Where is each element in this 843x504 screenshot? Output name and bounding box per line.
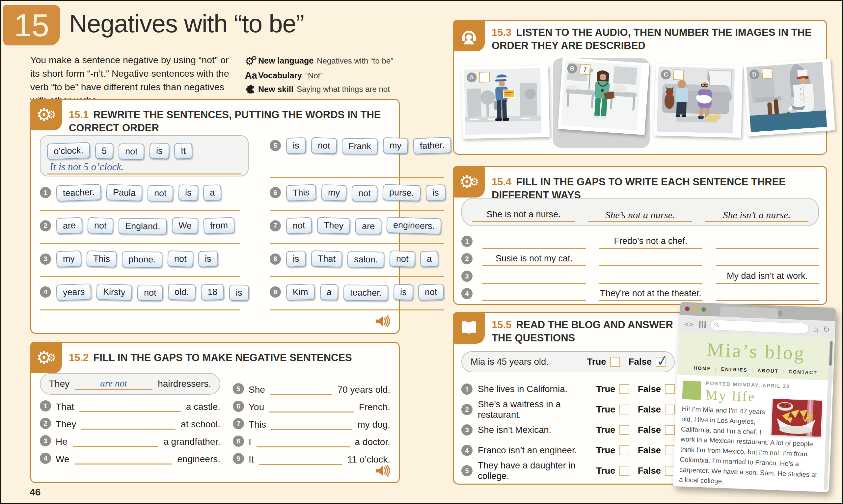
order-input-box[interactable]: [762, 68, 773, 79]
word-chip[interactable]: my: [383, 137, 408, 154]
answer-line[interactable]: [40, 210, 240, 211]
word-chip[interactable]: not: [119, 143, 144, 160]
answer-line[interactable]: [75, 454, 172, 465]
word-chip[interactable]: is: [149, 143, 169, 159]
blog-nav-item[interactable]: ABOUT: [757, 368, 779, 374]
word-chip[interactable]: not: [311, 137, 337, 154]
true-checkbox[interactable]: [610, 357, 620, 367]
browser-tab[interactable]: ⊗: [719, 306, 778, 319]
word-chip[interactable]: salon.: [347, 251, 384, 268]
word-chip[interactable]: father.: [413, 137, 451, 155]
word-chip[interactable]: not: [167, 251, 193, 267]
true-checkbox[interactable]: [620, 404, 629, 414]
answer-line[interactable]: [482, 300, 586, 301]
word-chip[interactable]: engineers.: [386, 217, 442, 235]
blog-nav-item[interactable]: HOME: [694, 365, 711, 371]
answer-line[interactable]: [40, 243, 240, 244]
word-chip[interactable]: not: [87, 217, 113, 234]
order-input-box[interactable]: [674, 70, 684, 80]
home-icon[interactable]: ⌂: [813, 324, 818, 334]
word-chip[interactable]: a: [320, 284, 339, 301]
word-chip[interactable]: are: [355, 218, 381, 235]
order-input-box[interactable]: [479, 72, 490, 83]
answer-line[interactable]: [472, 221, 575, 222]
speaker-icon[interactable]: [375, 315, 390, 327]
word-chip[interactable]: not: [352, 185, 377, 201]
answer-line[interactable]: [270, 177, 444, 178]
answer-line[interactable]: [81, 419, 176, 430]
word-chip[interactable]: not: [418, 284, 444, 301]
reload-icon[interactable]: ↻: [823, 324, 830, 334]
answer-line[interactable]: [256, 436, 350, 447]
word-chip[interactable]: This: [286, 184, 317, 201]
answer-line[interactable]: [40, 276, 240, 277]
word-chip[interactable]: 18: [200, 284, 224, 301]
answer-line[interactable]: [79, 401, 181, 412]
word-chip[interactable]: They: [317, 217, 351, 234]
word-chip[interactable]: my: [321, 184, 347, 201]
word-chip[interactable]: a: [420, 251, 438, 267]
word-chip[interactable]: Frank: [342, 138, 378, 155]
answer-line[interactable]: [271, 419, 352, 430]
word-chip[interactable]: is: [229, 284, 249, 301]
word-chip[interactable]: purse.: [382, 184, 421, 201]
scrollbar-thumb[interactable]: [829, 341, 833, 366]
word-chip[interactable]: England.: [118, 218, 167, 235]
answer-line[interactable]: [269, 402, 354, 413]
word-chip[interactable]: years: [56, 284, 92, 301]
answer-line[interactable]: [270, 276, 444, 277]
blog-nav-item[interactable]: CONTACT: [788, 369, 817, 375]
word-chip[interactable]: my: [56, 251, 82, 268]
word-chip[interactable]: That: [311, 251, 342, 268]
zoom-window-icon[interactable]: [701, 307, 706, 312]
false-checkbox[interactable]: [665, 445, 675, 455]
answer-line[interactable]: [599, 265, 702, 266]
word-chip[interactable]: phone.: [122, 251, 162, 268]
false-checkbox[interactable]: [665, 425, 675, 435]
answer-line[interactable]: [259, 454, 342, 465]
word-chip[interactable]: not: [389, 251, 415, 267]
word-chip[interactable]: old.: [167, 284, 196, 301]
answer-line[interactable]: [705, 221, 808, 222]
word-chip[interactable]: is: [393, 284, 413, 301]
answer-line[interactable]: [716, 300, 819, 301]
answer-line[interactable]: [599, 300, 702, 301]
true-checkbox[interactable]: [620, 425, 629, 435]
answer-line[interactable]: [599, 248, 702, 249]
answer-line[interactable]: [270, 210, 444, 211]
word-chip[interactable]: not: [137, 284, 163, 301]
answer-line[interactable]: [73, 436, 158, 447]
answer-line[interactable]: [589, 221, 692, 222]
word-chip[interactable]: 5: [95, 143, 113, 159]
word-chip[interactable]: teacher.: [56, 184, 102, 201]
word-chip[interactable]: o’clock.: [47, 142, 90, 160]
word-chip[interactable]: is: [178, 184, 198, 201]
speaker-icon[interactable]: [375, 465, 390, 477]
word-chip[interactable]: Kim: [286, 284, 315, 301]
true-checkbox[interactable]: [620, 384, 629, 394]
word-chip[interactable]: not: [147, 185, 173, 201]
word-chip[interactable]: is: [286, 251, 306, 267]
close-window-icon[interactable]: [685, 306, 690, 311]
word-chip[interactable]: Kirsty: [96, 284, 132, 301]
true-checkbox[interactable]: [620, 466, 629, 476]
word-chip[interactable]: are: [56, 217, 83, 234]
answer-line[interactable]: [40, 309, 240, 310]
code-view-icon[interactable]: <>: [684, 320, 695, 328]
false-checkbox[interactable]: [665, 384, 675, 394]
blog-nav-item[interactable]: ENTRIES: [721, 366, 748, 373]
order-input-box[interactable]: 1: [579, 64, 590, 75]
word-chip[interactable]: is: [286, 137, 306, 154]
answer-line[interactable]: [270, 309, 444, 310]
answer-line[interactable]: [482, 248, 586, 249]
word-chip[interactable]: It: [174, 143, 193, 159]
word-chip[interactable]: teacher.: [343, 284, 388, 301]
answer-line[interactable]: [716, 265, 819, 266]
answer-line[interactable]: [482, 265, 586, 266]
answer-line[interactable]: [716, 248, 819, 249]
false-checkbox[interactable]: ✓: [656, 357, 665, 367]
answer-line[interactable]: [599, 283, 702, 284]
word-chip[interactable]: a: [203, 184, 221, 201]
menu-icon[interactable]: [699, 321, 706, 328]
answer-line[interactable]: [270, 384, 332, 395]
